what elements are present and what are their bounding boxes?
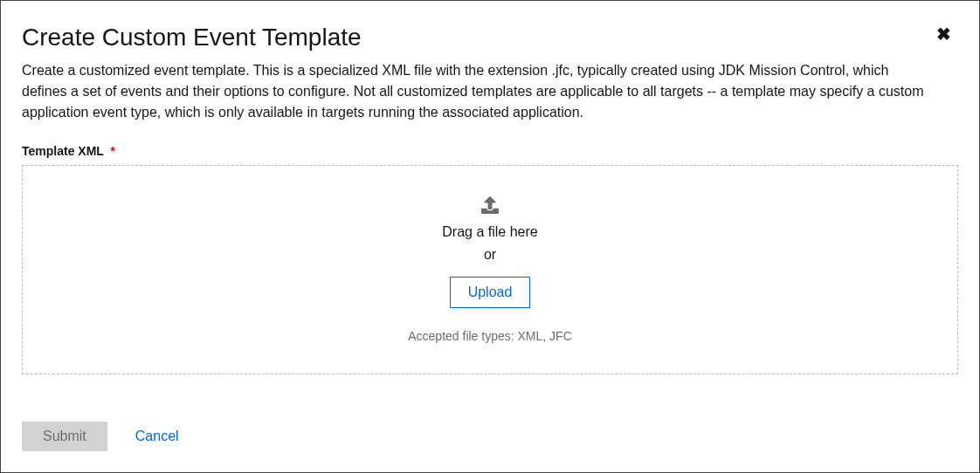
modal-title: Create Custom Event Template: [22, 22, 362, 53]
file-dropzone[interactable]: Drag a file here or Upload Accepted file…: [22, 165, 958, 374]
modal-description: Create a customized event template. This…: [22, 60, 930, 123]
submit-button[interactable]: Submit: [22, 422, 107, 451]
template-xml-label: Template XML *: [22, 144, 958, 158]
create-template-modal: Create Custom Event Template ✖ Create a …: [0, 0, 980, 473]
close-icon: ✖: [936, 24, 951, 44]
required-asterisk: *: [111, 144, 115, 158]
close-button[interactable]: ✖: [929, 22, 958, 46]
upload-button[interactable]: Upload: [450, 277, 531, 308]
cancel-button[interactable]: Cancel: [121, 422, 193, 451]
drag-file-text: Drag a file here: [442, 224, 537, 240]
modal-footer: Submit Cancel: [22, 422, 193, 451]
modal-header: Create Custom Event Template ✖: [22, 22, 958, 53]
upload-icon: [481, 196, 499, 214]
or-text: or: [484, 247, 496, 263]
accepted-file-types: Accepted file types: XML, JFC: [408, 329, 572, 343]
field-label-text: Template XML: [22, 144, 104, 158]
